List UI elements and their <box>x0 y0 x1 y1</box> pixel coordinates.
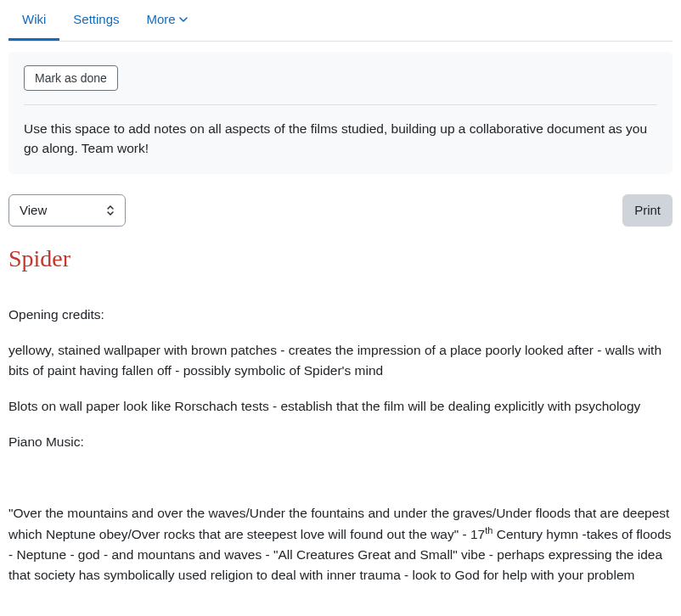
select-updown-icon <box>106 204 115 216</box>
view-select-value: View <box>20 203 47 217</box>
tab-bar: Wiki Settings More <box>8 0 673 42</box>
paragraph: yellowy, stained wallpaper with brown pa… <box>8 340 673 381</box>
tab-more-label: More <box>147 12 176 26</box>
paragraph: "Over the mountains and over the waves/U… <box>8 503 673 585</box>
paragraph: Blots on wall paper look like Rorschach … <box>8 396 673 417</box>
print-button[interactable]: Print <box>622 194 673 227</box>
tab-more[interactable]: More <box>133 0 201 41</box>
banner-description: Use this space to add notes on all aspec… <box>24 119 657 159</box>
view-select[interactable]: View <box>8 194 126 227</box>
mark-as-done-button[interactable]: Mark as done <box>24 65 118 91</box>
page-title: Spider <box>8 245 673 272</box>
paragraph: Opening credits: <box>8 305 673 325</box>
wiki-content: Opening credits: yellowy, stained wallpa… <box>8 305 673 585</box>
divider <box>24 104 657 105</box>
info-banner: Mark as done Use this space to add notes… <box>8 52 673 174</box>
controls-row: View Print <box>8 194 673 227</box>
tab-wiki[interactable]: Wiki <box>8 0 59 41</box>
tab-settings[interactable]: Settings <box>59 0 132 41</box>
paragraph: Piano Music: <box>8 432 673 452</box>
chevron-down-icon <box>179 15 188 24</box>
